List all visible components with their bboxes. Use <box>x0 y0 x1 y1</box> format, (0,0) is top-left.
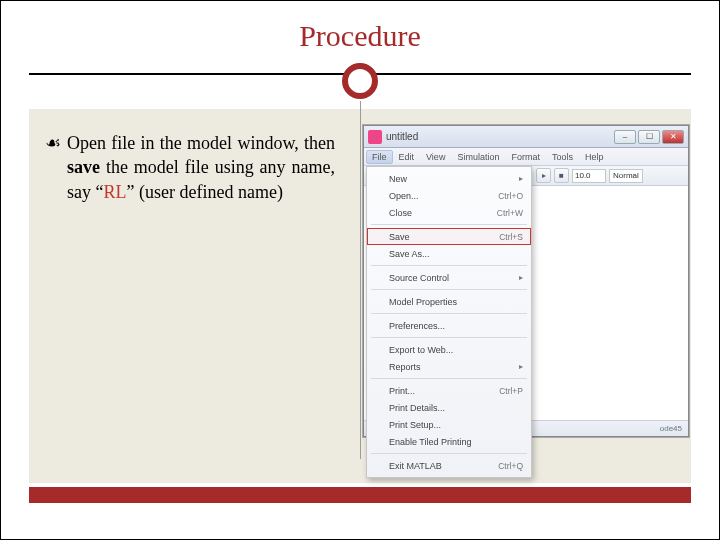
menu-item-preferences[interactable]: Preferences... <box>367 317 531 334</box>
status-solver: ode45 <box>660 424 682 433</box>
menu-item-close[interactable]: CloseCtrl+W <box>367 204 531 221</box>
menu-separator <box>371 337 527 338</box>
menu-item-label: Save <box>389 232 410 242</box>
rl-placeholder: RL <box>103 182 126 202</box>
chevron-right-icon: ▸ <box>519 362 523 371</box>
menu-item-shortcut: Ctrl+O <box>498 191 523 201</box>
bullet-icon: ☙ <box>45 131 61 204</box>
menu-item-label: Enable Tiled Printing <box>389 437 472 447</box>
menu-item-print[interactable]: Print...Ctrl+P <box>367 382 531 399</box>
menu-separator <box>371 313 527 314</box>
menu-item-shortcut: Ctrl+P <box>499 386 523 396</box>
menu-item-model-properties[interactable]: Model Properties <box>367 293 531 310</box>
tb-play-icon[interactable]: ▸ <box>536 168 551 183</box>
menu-item-label: Model Properties <box>389 297 457 307</box>
menu-item-enable-tiled-printing[interactable]: Enable Tiled Printing <box>367 433 531 450</box>
menu-item-shortcut: Ctrl+Q <box>498 461 523 471</box>
chevron-right-icon: ▸ <box>519 174 523 183</box>
menu-separator <box>371 224 527 225</box>
menu-file[interactable]: File <box>366 150 393 164</box>
close-button[interactable]: ✕ <box>662 130 684 144</box>
menu-view[interactable]: View <box>420 152 451 162</box>
menu-item-save-as[interactable]: Save As... <box>367 245 531 262</box>
menu-item-new[interactable]: New▸ <box>367 170 531 187</box>
menu-separator <box>371 378 527 379</box>
menu-item-shortcut: Ctrl+W <box>497 208 523 218</box>
menu-tools[interactable]: Tools <box>546 152 579 162</box>
menu-separator <box>371 453 527 454</box>
menu-separator <box>371 289 527 290</box>
menu-item-source-control[interactable]: Source Control▸ <box>367 269 531 286</box>
simulink-window: untitled – ☐ ✕ File Edit View Simulation… <box>363 125 689 437</box>
menu-item-label: Print Details... <box>389 403 445 413</box>
instruction-text: ☙ Open file in the model window, then sa… <box>45 131 335 204</box>
window-titlebar[interactable]: untitled – ☐ ✕ <box>364 126 688 148</box>
accent-ring-icon <box>342 63 378 99</box>
menu-item-label: Export to Web... <box>389 345 453 355</box>
app-icon <box>368 130 382 144</box>
menu-separator <box>371 265 527 266</box>
slide-title: Procedure <box>1 19 719 53</box>
window-title: untitled <box>386 131 418 142</box>
menu-item-print-setup[interactable]: Print Setup... <box>367 416 531 433</box>
tb-stop-icon[interactable]: ■ <box>554 168 569 183</box>
menu-item-label: Print Setup... <box>389 420 441 430</box>
text-segment: Open file in the model window, then <box>67 133 335 153</box>
menu-item-label: Exit MATLAB <box>389 461 442 471</box>
text-segment: ” (user defined name) <box>127 182 283 202</box>
sim-time-field[interactable]: 10.0 <box>572 169 606 183</box>
instruction-paragraph: Open file in the model window, then save… <box>67 131 335 204</box>
menu-item-print-details[interactable]: Print Details... <box>367 399 531 416</box>
menu-help[interactable]: Help <box>579 152 610 162</box>
chevron-right-icon: ▸ <box>519 273 523 282</box>
file-menu-dropdown: New▸Open...Ctrl+OCloseCtrl+WSaveCtrl+SSa… <box>366 166 532 478</box>
maximize-button[interactable]: ☐ <box>638 130 660 144</box>
menu-item-label: Source Control <box>389 273 449 283</box>
menu-item-label: Open... <box>389 191 419 201</box>
vertical-divider <box>360 101 361 459</box>
menu-item-save[interactable]: SaveCtrl+S <box>367 228 531 245</box>
save-emphasis: save <box>67 157 100 177</box>
menu-item-open[interactable]: Open...Ctrl+O <box>367 187 531 204</box>
menu-edit[interactable]: Edit <box>393 152 421 162</box>
minimize-button[interactable]: – <box>614 130 636 144</box>
menu-item-exit-matlab[interactable]: Exit MATLABCtrl+Q <box>367 457 531 474</box>
menu-format[interactable]: Format <box>505 152 546 162</box>
menu-simulation[interactable]: Simulation <box>451 152 505 162</box>
menu-item-label: Preferences... <box>389 321 445 331</box>
menu-item-label: Reports <box>389 362 421 372</box>
menu-item-label: Save As... <box>389 249 430 259</box>
menu-item-label: Close <box>389 208 412 218</box>
menu-item-label: Print... <box>389 386 415 396</box>
menu-item-label: New <box>389 174 407 184</box>
menu-item-shortcut: Ctrl+S <box>499 232 523 242</box>
menu-item-export-to-web[interactable]: Export to Web... <box>367 341 531 358</box>
menu-item-reports[interactable]: Reports▸ <box>367 358 531 375</box>
sim-mode-select[interactable]: Normal <box>609 169 643 183</box>
menu-bar: File Edit View Simulation Format Tools H… <box>364 148 688 166</box>
slide: Procedure ☙ Open file in the model windo… <box>0 0 720 540</box>
footer-bar <box>29 487 691 503</box>
